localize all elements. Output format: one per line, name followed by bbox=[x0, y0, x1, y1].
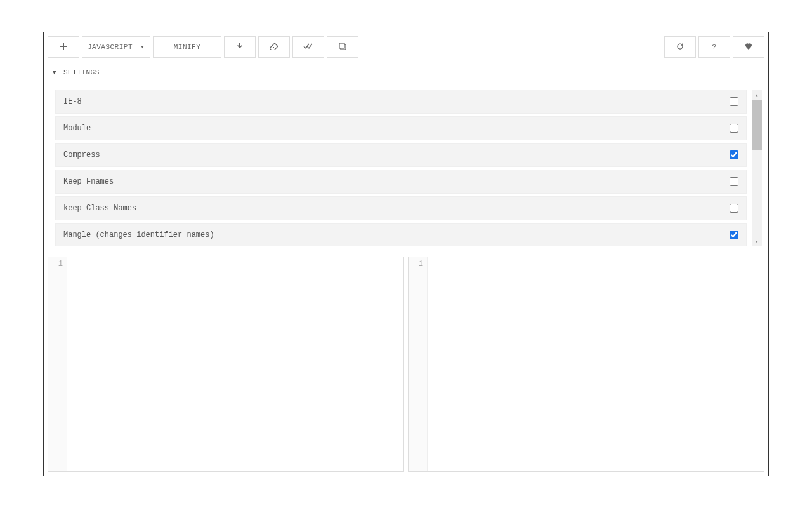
editor-input-content[interactable] bbox=[67, 257, 403, 471]
check-all-button[interactable] bbox=[292, 36, 324, 58]
editor-output-content[interactable] bbox=[428, 257, 764, 471]
setting-row-module: Module bbox=[55, 116, 747, 140]
action-label: MINIFY bbox=[174, 43, 201, 51]
help-label: ? bbox=[712, 43, 716, 51]
svg-rect-1 bbox=[339, 43, 344, 48]
settings-scrollbar[interactable]: ▴ ▾ bbox=[752, 90, 762, 246]
setting-checkbox-compress[interactable] bbox=[730, 150, 738, 159]
setting-label: Keep Fnames bbox=[63, 177, 114, 186]
favorite-button[interactable] bbox=[733, 36, 764, 58]
copy-icon bbox=[339, 43, 346, 52]
refresh-icon bbox=[676, 43, 684, 52]
editor-input-gutter: 1 bbox=[48, 257, 67, 471]
settings-title: SETTINGS bbox=[63, 69, 100, 76]
setting-checkbox-module[interactable] bbox=[730, 124, 738, 133]
setting-row-keep-class-names: keep Class Names bbox=[55, 196, 747, 220]
setting-label: Mangle (changes identifier names) bbox=[63, 231, 214, 239]
language-select[interactable]: JAVASCRIPT ▾ bbox=[82, 36, 150, 58]
chevron-down-icon: ▾ bbox=[140, 43, 145, 51]
line-number: 1 bbox=[409, 260, 423, 269]
plus-icon bbox=[60, 43, 67, 52]
download-icon bbox=[236, 43, 244, 52]
double-check-icon bbox=[303, 43, 313, 52]
help-button[interactable]: ? bbox=[698, 36, 730, 58]
triangle-down-icon: ▼ bbox=[53, 70, 56, 76]
setting-label: keep Class Names bbox=[63, 204, 136, 213]
scroll-track[interactable] bbox=[752, 100, 762, 236]
settings-toggle[interactable]: ▼ SETTINGS bbox=[44, 62, 768, 83]
editor-input[interactable]: 1 bbox=[48, 257, 404, 472]
toolbar: JAVASCRIPT ▾ MINIFY bbox=[44, 32, 768, 62]
setting-checkbox-mangle[interactable] bbox=[730, 231, 738, 239]
editors-container: 1 1 bbox=[44, 253, 768, 476]
setting-row-compress: Compress bbox=[55, 143, 747, 167]
setting-checkbox-ie8[interactable] bbox=[730, 97, 738, 106]
scroll-thumb[interactable] bbox=[752, 100, 762, 150]
scroll-up-icon[interactable]: ▴ bbox=[752, 90, 762, 100]
minify-button[interactable]: MINIFY bbox=[153, 36, 221, 58]
download-button[interactable] bbox=[224, 36, 256, 58]
setting-label: Compress bbox=[63, 150, 100, 159]
line-number: 1 bbox=[48, 260, 63, 269]
erase-button[interactable] bbox=[258, 36, 290, 58]
editor-output[interactable]: 1 bbox=[408, 257, 764, 472]
add-button[interactable] bbox=[48, 36, 79, 58]
setting-label: IE-8 bbox=[63, 97, 82, 106]
settings-list: IE-8 Module Compress Keep Fnames keep Cl… bbox=[55, 90, 752, 246]
heart-icon bbox=[745, 43, 752, 52]
setting-row-keep-fnames: Keep Fnames bbox=[55, 170, 747, 194]
setting-row-mangle: Mangle (changes identifier names) bbox=[55, 223, 747, 246]
setting-row-ie8: IE-8 bbox=[55, 90, 747, 114]
scroll-down-icon[interactable]: ▾ bbox=[752, 236, 762, 246]
language-label: JAVASCRIPT bbox=[88, 43, 133, 51]
setting-checkbox-keep-class-names[interactable] bbox=[730, 204, 738, 213]
settings-panel: IE-8 Module Compress Keep Fnames keep Cl… bbox=[44, 83, 768, 253]
eraser-icon bbox=[270, 43, 278, 52]
app-frame: JAVASCRIPT ▾ MINIFY bbox=[43, 32, 769, 476]
refresh-button[interactable] bbox=[664, 36, 696, 58]
copy-button[interactable] bbox=[327, 36, 358, 58]
setting-label: Module bbox=[63, 124, 91, 133]
setting-checkbox-keep-fnames[interactable] bbox=[730, 177, 738, 186]
editor-output-gutter: 1 bbox=[409, 257, 428, 471]
